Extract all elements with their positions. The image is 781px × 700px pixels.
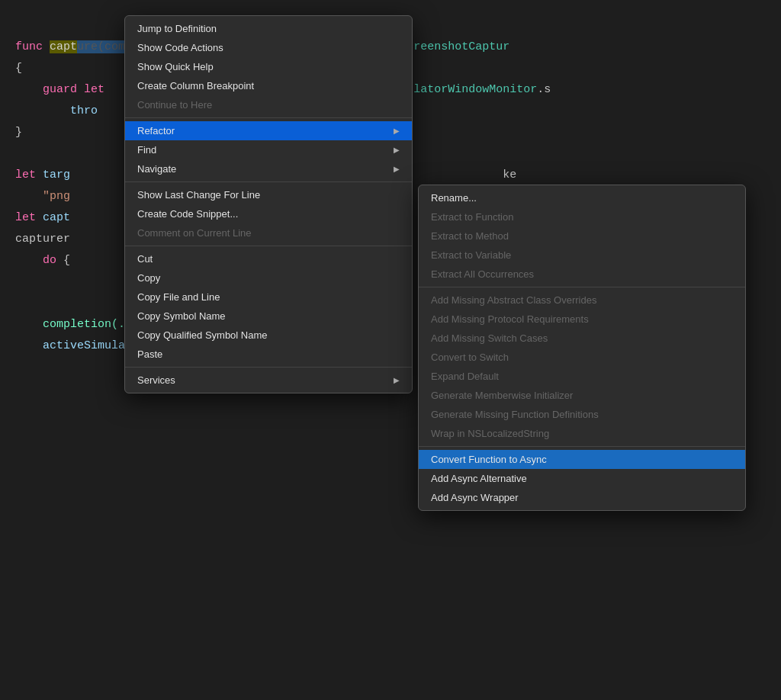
separator-1 <box>125 117 412 118</box>
add-async-alternative[interactable]: Add Async Alternative <box>419 469 745 488</box>
separator-3 <box>125 246 412 246</box>
separator-4 <box>125 367 412 368</box>
generate-memberwise: Generate Memberwise Initializer <box>419 386 745 405</box>
navigate-arrow: ▶ <box>394 165 400 173</box>
extract-all-occurrences: Extract All Occurrences <box>419 265 745 284</box>
show-code-actions[interactable]: Show Code Actions <box>125 38 412 57</box>
copy-item[interactable]: Copy <box>125 268 412 287</box>
copy-file-and-line[interactable]: Copy File and Line <box>125 287 412 307</box>
convert-function-to-async[interactable]: Convert Function to Async <box>419 450 745 469</box>
services-item[interactable]: Services ▶ <box>125 371 412 390</box>
add-missing-switch: Add Missing Switch Cases <box>419 329 745 348</box>
refactor-separator-1 <box>419 287 745 287</box>
add-async-wrapper[interactable]: Add Async Wrapper <box>419 488 745 507</box>
extract-to-method: Extract to Method <box>419 226 745 246</box>
extract-to-function: Extract to Function <box>419 207 745 226</box>
primary-context-menu: Jump to Definition Show Code Actions Sho… <box>124 15 413 393</box>
create-column-breakpoint[interactable]: Create Column Breakpoint <box>125 76 412 95</box>
services-arrow: ▶ <box>394 376 400 384</box>
separator-2 <box>125 181 412 182</box>
show-quick-help[interactable]: Show Quick Help <box>125 57 412 76</box>
show-last-change[interactable]: Show Last Change For Line <box>125 185 412 204</box>
convert-to-switch: Convert to Switch <box>419 348 745 367</box>
find-item[interactable]: Find ▶ <box>125 140 412 159</box>
add-missing-protocol: Add Missing Protocol Requirements <box>419 310 745 329</box>
refactor-separator-2 <box>419 446 745 447</box>
jump-to-definition[interactable]: Jump to Definition <box>125 19 412 38</box>
wrap-in-nslocalized: Wrap in NSLocalizedString <box>419 424 745 443</box>
continue-to-here: Continue to Here <box>125 95 412 114</box>
navigate-item[interactable]: Navigate ▶ <box>125 159 412 178</box>
refactor-context-menu: Rename... Extract to Function Extract to… <box>418 185 746 511</box>
paste-item[interactable]: Paste <box>125 345 412 364</box>
rename-item[interactable]: Rename... <box>419 188 745 207</box>
add-missing-abstract: Add Missing Abstract Class Overrides <box>419 291 745 310</box>
expand-default: Expand Default <box>419 367 745 386</box>
generate-missing-functions: Generate Missing Function Definitions <box>419 405 745 424</box>
extract-to-variable: Extract to Variable <box>419 246 745 265</box>
cut-item[interactable]: Cut <box>125 249 412 268</box>
refactor-arrow: ▶ <box>394 127 400 135</box>
refactor-item[interactable]: Refactor ▶ <box>125 121 412 140</box>
find-arrow: ▶ <box>394 146 400 154</box>
copy-qualified-symbol-name[interactable]: Copy Qualified Symbol Name <box>125 326 412 345</box>
create-code-snippet[interactable]: Create Code Snippet... <box>125 204 412 223</box>
copy-symbol-name[interactable]: Copy Symbol Name <box>125 307 412 326</box>
comment-on-current-line: Comment on Current Line <box>125 223 412 242</box>
